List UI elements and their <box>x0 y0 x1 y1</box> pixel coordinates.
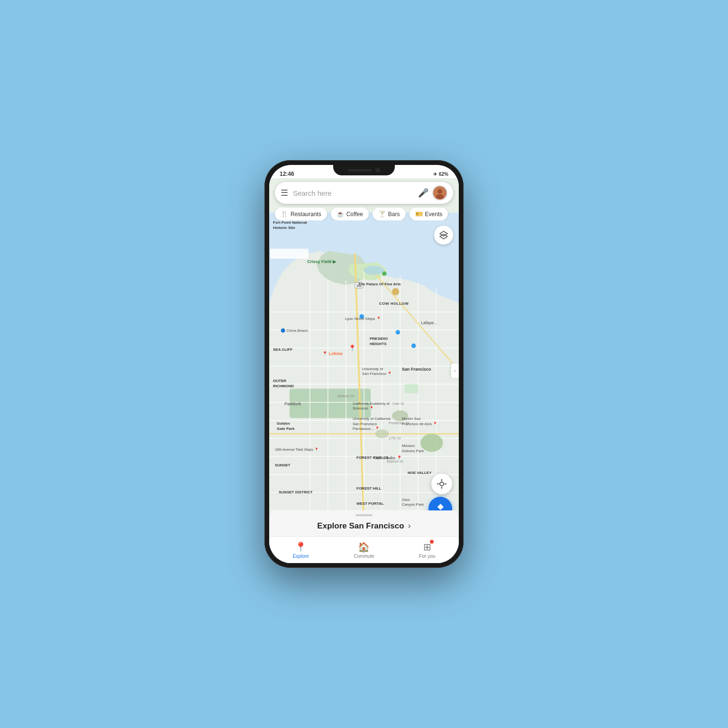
svg-text:101: 101 <box>356 284 362 287</box>
restaurants-chip[interactable]: 🍴 Restaurants <box>275 208 327 220</box>
category-chips: 🍴 Restaurants ☕ Coffee 🍸 Bars 🎫 Events <box>269 208 459 220</box>
coffee-label: Coffee <box>346 211 363 218</box>
speaker <box>348 169 372 172</box>
layers-icon <box>439 230 448 240</box>
svg-point-44 <box>436 194 444 199</box>
for-you-nav-label: For you <box>419 554 435 559</box>
svg-point-30 <box>392 288 399 295</box>
battery-status: 62% <box>439 172 448 177</box>
go-arrow-icon: ◆ <box>437 502 443 511</box>
nav-for-you[interactable]: ⊞ For you <box>396 541 459 559</box>
notification-badge <box>430 540 434 544</box>
svg-point-33 <box>359 314 364 319</box>
explore-row[interactable]: Explore San Francisco › <box>269 521 459 535</box>
side-chevron[interactable]: ‹ <box>451 364 459 378</box>
map-container[interactable]: 101 📍 <box>269 178 459 563</box>
restaurants-icon: 🍴 <box>281 210 288 218</box>
svg-marker-46 <box>440 234 447 239</box>
commute-nav-label: Commute <box>354 554 374 559</box>
search-placeholder[interactable]: Search here <box>293 189 414 197</box>
layers-button[interactable] <box>434 226 453 245</box>
explore-text: Explore San Francisco <box>317 521 404 531</box>
menu-icon[interactable]: ☰ <box>281 188 288 198</box>
coffee-chip[interactable]: ☕ Coffee <box>331 208 369 220</box>
location-icon <box>437 479 447 489</box>
status-icons: ✈ 62% <box>433 172 448 177</box>
for-you-nav-icon: ⊞ <box>423 542 431 552</box>
svg-point-43 <box>437 189 442 194</box>
location-button[interactable] <box>431 473 452 494</box>
events-icon: 🎫 <box>415 210 423 218</box>
svg-point-47 <box>440 482 444 486</box>
svg-point-35 <box>411 344 416 348</box>
status-time: 12:46 <box>280 171 294 177</box>
phone-frame: 12:46 ✈ 62% <box>264 160 464 568</box>
user-avatar[interactable] <box>432 185 447 200</box>
svg-point-38 <box>375 429 389 438</box>
nav-commute[interactable]: 🏠 Commute <box>332 541 395 559</box>
explore-nav-icon: 📍 <box>295 541 307 553</box>
bottom-nav: 📍 Explore 🏠 Commute ⊞ For you <box>269 537 459 563</box>
explore-nav-label: Explore <box>293 554 309 559</box>
events-label: Events <box>425 211 443 218</box>
svg-rect-3 <box>290 389 371 418</box>
bottom-sheet[interactable]: Explore San Francisco › <box>269 510 459 537</box>
restaurants-label: Restaurants <box>291 211 321 218</box>
bars-chip[interactable]: 🍸 Bars <box>373 208 406 220</box>
svg-rect-40 <box>270 249 309 259</box>
search-bar[interactable]: ☰ Search here 🎤 <box>275 182 453 204</box>
svg-point-34 <box>396 330 400 335</box>
svg-point-41 <box>364 266 384 275</box>
airplane-icon: ✈ <box>433 172 437 177</box>
sheet-handle <box>355 514 373 516</box>
phone-notch <box>333 165 395 175</box>
svg-rect-36 <box>405 384 419 393</box>
svg-point-39 <box>420 434 443 452</box>
explore-arrow-icon: › <box>408 521 411 531</box>
phone-screen: 12:46 ✈ 62% <box>269 165 459 563</box>
svg-marker-45 <box>440 231 447 236</box>
nav-explore[interactable]: 📍 Explore <box>269 541 332 559</box>
commute-nav-icon: 🏠 <box>358 541 370 553</box>
bars-label: Bars <box>388 211 400 218</box>
bars-icon: 🍸 <box>378 210 386 218</box>
svg-point-37 <box>392 410 408 421</box>
mic-icon[interactable]: 🎤 <box>418 188 428 198</box>
coffee-icon: ☕ <box>337 210 344 218</box>
events-chip[interactable]: 🎫 Events <box>410 208 448 220</box>
svg-text:📍: 📍 <box>348 344 356 352</box>
camera <box>375 168 380 173</box>
